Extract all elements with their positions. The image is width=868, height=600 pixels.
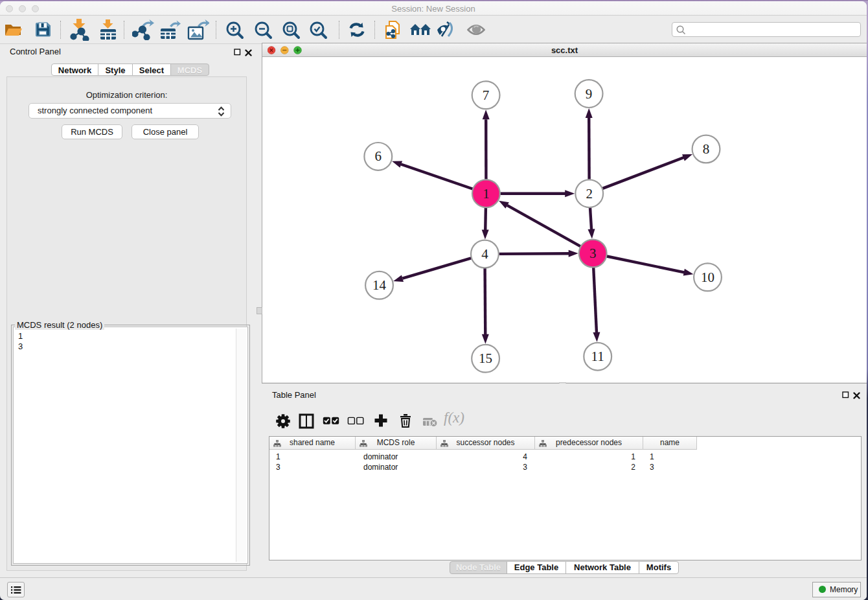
svg-text:8: 8: [703, 141, 710, 157]
svg-text:14: 14: [372, 277, 387, 293]
svg-text:4: 4: [481, 246, 488, 262]
svg-text:6: 6: [375, 148, 382, 164]
svg-text:3: 3: [589, 246, 597, 261]
svg-text:2: 2: [586, 186, 593, 202]
svg-text:1: 1: [483, 186, 490, 202]
svg-text:9: 9: [586, 86, 593, 102]
svg-text:7: 7: [483, 87, 490, 103]
svg-text:10: 10: [701, 270, 714, 285]
svg-text:15: 15: [479, 351, 492, 366]
svg-text:11: 11: [591, 349, 604, 364]
